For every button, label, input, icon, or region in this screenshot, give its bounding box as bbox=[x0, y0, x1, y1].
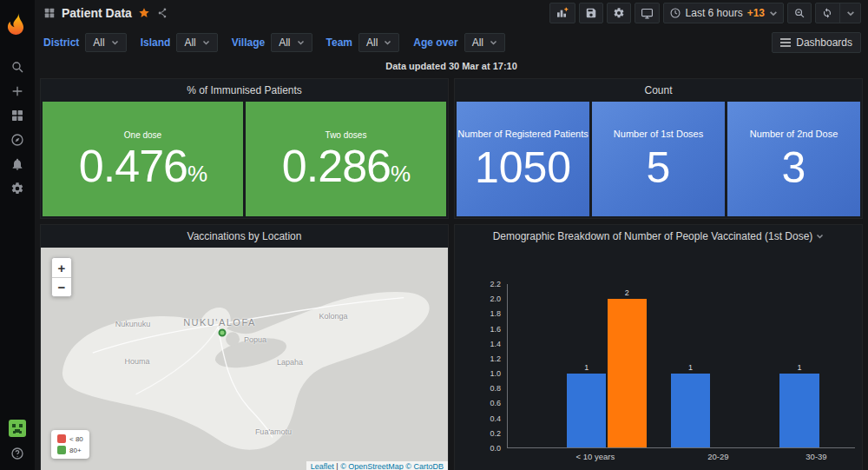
zoom-out-button[interactable]: − bbox=[52, 277, 71, 296]
chevron-down-icon bbox=[297, 40, 305, 45]
filter-value-dropdown[interactable]: All bbox=[85, 33, 126, 52]
x-tick-label: < 10 years bbox=[576, 452, 615, 461]
stat-unit: % bbox=[391, 161, 410, 187]
x-tick-label: 30-39 bbox=[806, 452, 826, 461]
immunised-stats: One dose 0.476% Two doses 0.286% bbox=[41, 102, 448, 218]
stat-value: 3 bbox=[782, 146, 806, 189]
panel-title[interactable]: Vaccinations by Location bbox=[41, 225, 448, 248]
user-avatar[interactable] bbox=[9, 420, 26, 437]
save-dashboard-button[interactable] bbox=[579, 3, 603, 23]
leaflet-link[interactable]: Leaflet bbox=[311, 462, 334, 470]
variables-row: District All Island All Village All Team… bbox=[35, 26, 868, 52]
y-tick-label: 0.6 bbox=[490, 399, 501, 407]
bar[interactable]: 1 bbox=[779, 374, 819, 447]
main-area: Patient Data Last 6 hours +13 bbox=[35, 0, 868, 470]
filter-value-dropdown[interactable]: All bbox=[271, 33, 312, 52]
bar[interactable]: 1 bbox=[671, 374, 710, 447]
stat-registered-patients: Number of Registered Patients 1050 bbox=[457, 102, 589, 216]
panel-title[interactable]: % of Immunised Patients bbox=[41, 79, 448, 102]
stat-label: Number of 1st Doses bbox=[614, 129, 703, 139]
panel-grid: % of Immunised Patients One dose 0.476% … bbox=[40, 78, 863, 470]
help-icon[interactable] bbox=[0, 446, 35, 461]
zoom-in-button[interactable]: + bbox=[52, 258, 71, 277]
chevron-down-icon bbox=[111, 40, 119, 45]
apps-grid-icon bbox=[43, 7, 56, 19]
filter-value-dropdown[interactable]: All bbox=[358, 33, 399, 52]
map-place-label: Kolonga bbox=[319, 312, 347, 321]
legend-swatch bbox=[57, 446, 66, 454]
refresh-button[interactable] bbox=[815, 3, 861, 23]
sidebar bbox=[0, 0, 35, 470]
carto-link[interactable]: © CartoDB bbox=[405, 462, 444, 470]
y-tick-label: 1.4 bbox=[490, 340, 501, 348]
filter-label[interactable]: Island bbox=[141, 36, 171, 49]
stat-label: Two doses bbox=[326, 130, 367, 140]
data-updated-text: Data updated 30 Mar at 17:10 bbox=[35, 52, 868, 78]
clock-icon bbox=[669, 7, 681, 19]
panel-immunised: % of Immunised Patients One dose 0.476% … bbox=[40, 78, 449, 219]
dashboard-settings-button[interactable] bbox=[607, 3, 631, 23]
time-range-label: Last 6 hours bbox=[686, 7, 743, 19]
chart-x-axis: < 10 years20-2930-39 bbox=[507, 452, 855, 464]
chevron-down-icon bbox=[490, 40, 497, 45]
chevron-down-icon bbox=[384, 40, 391, 45]
favorite-star-icon[interactable] bbox=[138, 7, 150, 19]
filter-label[interactable]: District bbox=[43, 36, 79, 49]
cycle-view-monitor-button[interactable] bbox=[635, 3, 660, 23]
grafana-logo[interactable] bbox=[0, 6, 35, 41]
search-icon[interactable] bbox=[0, 55, 35, 79]
dashboards-icon[interactable] bbox=[0, 103, 35, 128]
map-island-shape bbox=[41, 248, 448, 470]
filter-label[interactable]: Age over bbox=[413, 36, 457, 49]
add-icon[interactable] bbox=[0, 79, 35, 103]
bar-value-label: 1 bbox=[779, 363, 819, 372]
panel-demographic: Demographic Breakdown of Number of Peopl… bbox=[454, 224, 863, 470]
map-canvas[interactable]: Nukunuku NUKU'ALOFA Popua Houma Lapaha K… bbox=[41, 248, 448, 470]
alerting-bell-icon[interactable] bbox=[0, 152, 35, 176]
panel-map: Vaccinations by Location Nukunuku NUKU'A… bbox=[40, 224, 449, 470]
filter-village: Village All bbox=[232, 33, 312, 52]
share-icon[interactable] bbox=[156, 7, 168, 19]
filter-label[interactable]: Team bbox=[326, 36, 352, 49]
stat-value: 5 bbox=[647, 146, 671, 189]
vaccination-location-marker[interactable] bbox=[219, 329, 227, 337]
bar[interactable]: 1 bbox=[567, 374, 606, 447]
panel-title[interactable]: Demographic Breakdown of Number of Peopl… bbox=[455, 225, 862, 248]
sidebar-nav bbox=[0, 55, 35, 201]
dashboards-button[interactable]: Dashboards bbox=[772, 32, 861, 53]
add-panel-button[interactable] bbox=[549, 3, 575, 23]
stat-second-doses: Number of 2nd Dose 3 bbox=[727, 102, 860, 216]
stat-value: 1050 bbox=[475, 146, 571, 189]
panel-title[interactable]: Count bbox=[455, 79, 862, 102]
y-tick-label: 2.0 bbox=[490, 295, 501, 303]
sidebar-bottom bbox=[0, 420, 35, 461]
panel-count: Count Number of Registered Patients 1050… bbox=[454, 78, 863, 219]
filter-team: Team All bbox=[326, 33, 400, 52]
y-tick-label: 2.2 bbox=[490, 280, 501, 288]
legend-label: 80+ bbox=[69, 447, 82, 454]
filter-district: District All bbox=[43, 33, 127, 52]
configuration-gear-icon[interactable] bbox=[0, 176, 35, 201]
stat-label: Number of 2nd Dose bbox=[750, 129, 838, 139]
dashboard-header: Patient Data Last 6 hours +13 bbox=[35, 0, 868, 26]
time-zone-offset: +13 bbox=[747, 7, 765, 19]
osm-link[interactable]: © OpenStreetMap bbox=[340, 462, 404, 470]
legend-swatch bbox=[57, 434, 66, 443]
filter-label[interactable]: Village bbox=[232, 36, 265, 49]
filter-value-dropdown[interactable]: All bbox=[464, 33, 505, 52]
map-zoom-control: + − bbox=[51, 257, 72, 297]
stat-first-doses: Number of 1st Doses 5 bbox=[592, 102, 725, 216]
filter-value-dropdown[interactable]: All bbox=[176, 33, 217, 52]
zoom-out-time-button[interactable] bbox=[787, 3, 812, 23]
y-tick-label: 0.8 bbox=[490, 384, 501, 393]
y-tick-label: 1.6 bbox=[490, 325, 501, 334]
stat-one-dose: One dose 0.476% bbox=[43, 102, 243, 216]
time-range-picker[interactable]: Last 6 hours +13 bbox=[663, 3, 784, 23]
stat-label: Number of Registered Patients bbox=[457, 129, 588, 139]
x-tick-label: 20-29 bbox=[707, 452, 728, 461]
bar[interactable]: 2 bbox=[608, 299, 647, 447]
bar-value-label: 1 bbox=[567, 363, 606, 372]
chevron-down-icon bbox=[846, 10, 855, 17]
map-attribution: Leaflet | © OpenStreetMap © CartoDB bbox=[306, 461, 448, 470]
explore-compass-icon[interactable] bbox=[0, 128, 35, 152]
